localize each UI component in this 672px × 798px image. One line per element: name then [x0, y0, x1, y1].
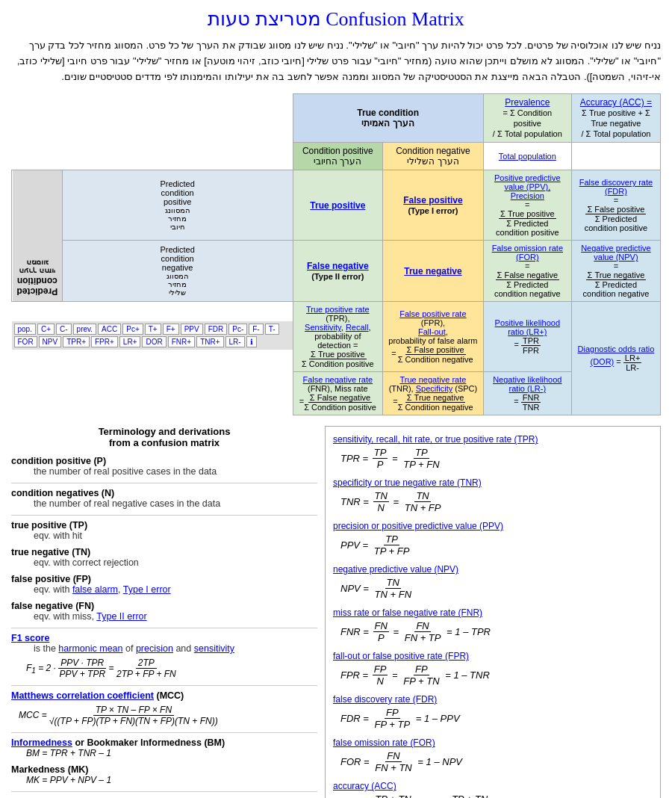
true-positive-cell: True positive — [293, 170, 383, 241]
fdr-title[interactable]: false discovery rate (FDR) — [333, 694, 653, 705]
tpr-link[interactable]: True positive rate — [306, 305, 370, 314]
specificity-link[interactable]: Specificity — [416, 384, 453, 393]
confusion-matrix-table-wrapper: True condition הערך האמיתי Prevalence = … — [11, 93, 661, 415]
bottom-section: Terminology and derivationsfrom a confus… — [11, 426, 661, 798]
nav-fpr[interactable]: FPR+ — [91, 336, 118, 347]
nav-dor[interactable]: DOR — [142, 336, 166, 347]
term-condition-positive: condition positive (P) the number of rea… — [11, 456, 317, 477]
nav-for[interactable]: FOR — [14, 336, 37, 347]
lr-plus-cell: Positive likelihood ratio (LR+) = TPRFPR — [483, 302, 571, 372]
harmonic-mean-link[interactable]: harmonic mean — [58, 643, 122, 654]
nav-pc-minus[interactable]: Pc- — [228, 324, 247, 335]
tnr-title[interactable]: specificity or true negative rate (TNR) — [333, 477, 653, 488]
false-negative-cell: False negative (Type II error) — [293, 241, 383, 302]
page-title: מטריצת טעות Confusion Matrix — [11, 7, 661, 31]
fnr-link[interactable]: False negative rate — [303, 375, 373, 384]
nav-prev[interactable]: prev. — [73, 324, 97, 335]
fpr-title[interactable]: fall-out or false positive rate (FPR) — [333, 651, 653, 661]
term-markedness: Markedness (MK) MK = PPV + NPV – 1 — [11, 764, 317, 785]
nav-c-plus[interactable]: C+ — [37, 324, 55, 335]
true-negative-cell: True negative — [383, 241, 484, 302]
nav-lr-minus[interactable]: LR- — [225, 336, 245, 347]
term-mcc: Matthews correlation coefficient (MCC) M… — [11, 690, 317, 726]
nav-pc-plus[interactable]: Pc+ — [122, 324, 143, 335]
divider-5 — [11, 732, 317, 733]
nav-lr-plus[interactable]: LR+ — [119, 336, 141, 347]
precision-link[interactable]: precision — [136, 643, 173, 654]
term-f1: F1 score is the harmonic mean of precisi… — [11, 633, 317, 679]
ppv-link[interactable]: Positive predictive value (PPV),Precisio… — [494, 173, 561, 200]
nav-acc[interactable]: ACC — [98, 324, 121, 335]
term-false-negative: false negative (FN) eqv. with miss, Type… — [11, 601, 317, 622]
fall-out-link[interactable]: Fall-out — [418, 327, 446, 336]
total-population-link[interactable]: Total population — [499, 152, 556, 161]
tpr-title[interactable]: sensitivity, recall, hit rate, or true p… — [333, 434, 653, 445]
true-condition-header: True condition הערך האמיתי — [293, 94, 483, 143]
predicted-condition-label: Predicted condition הערך החזויהמסווג — [12, 170, 63, 302]
tnr-cell: True negative rate (TNR), Specificity (S… — [383, 372, 484, 415]
for-title[interactable]: false omission rate (FOR) — [333, 737, 653, 748]
total-population-cell: Total population — [483, 143, 571, 170]
fnr-formula-block: miss rate or false negative rate (FNR) F… — [333, 607, 653, 643]
dor-link[interactable]: Diagnostic odds ratio (DOR) — [578, 344, 655, 366]
fpr-formula-block: fall-out or false positive rate (FPR) FP… — [333, 651, 653, 687]
terminology-title: Terminology and derivationsfrom a confus… — [11, 426, 317, 448]
npv-title[interactable]: negative predictive value (NPV) — [333, 564, 653, 575]
divider-2 — [11, 515, 317, 516]
tnr-link[interactable]: True negative rate — [399, 375, 466, 384]
npv-formula-block: negative predictive value (NPV) NPV = TN… — [333, 564, 653, 600]
nav-npv[interactable]: NPV — [39, 336, 62, 347]
false-alarm-link[interactable]: false alarm — [72, 584, 118, 595]
true-negative-link[interactable]: True negative — [404, 266, 461, 276]
false-positive-link[interactable]: False positive — [403, 195, 462, 205]
nav-fdr[interactable]: FDR — [205, 324, 228, 335]
condition-negative-header: Condition negative הערך השלילי — [383, 143, 484, 170]
accuracy-link[interactable]: Accuracy (ACC) = — [580, 97, 652, 108]
nav-f-plus[interactable]: F+ — [163, 324, 179, 335]
nav-pop[interactable]: pop. — [14, 324, 36, 335]
nav-bar: pop. C+ C- prev. ACC Pc+ T+ F+ PPV FDR P… — [12, 321, 293, 350]
false-negative-link[interactable]: False negative — [307, 261, 369, 271]
nav-t-minus[interactable]: T- — [265, 324, 279, 335]
true-positive-link[interactable]: True positive — [310, 200, 365, 211]
npv-link[interactable]: Negative predictive value (NPV) — [581, 244, 651, 262]
type1-error-link[interactable]: Type I error — [123, 584, 171, 595]
formulas-panel: sensitivity, recall, hit rate, or true p… — [325, 426, 661, 798]
nav-fnr[interactable]: FNR+ — [168, 336, 195, 347]
tpr-formula-block: sensitivity, recall, hit rate, or true p… — [333, 434, 653, 470]
mcc-link[interactable]: Matthews correlation coefficient — [11, 690, 154, 701]
term-informedness: Informedness or Bookmaker Informedness (… — [11, 737, 317, 758]
informedness-link[interactable]: Informedness — [11, 737, 72, 748]
for-cell: False omission rate (FOR) = Σ False nega… — [483, 241, 571, 302]
fdr-link[interactable]: False discovery rate (FDR) — [579, 178, 653, 196]
sensitivity-link[interactable]: Sensitivity — [305, 323, 341, 332]
ppv-formula-block: precision or positive predictive value (… — [333, 521, 653, 557]
for-link[interactable]: False omission rate (FOR) — [492, 244, 563, 262]
fpr-link[interactable]: False positive rate — [399, 309, 466, 318]
false-positive-cell: False positive (Type I error) — [383, 170, 484, 241]
divider-4 — [11, 685, 317, 686]
type2-error-link[interactable]: Type II error — [96, 611, 146, 622]
nav-info[interactable]: ℹ — [246, 336, 257, 347]
accuracy-cell: Accuracy (ACC) = Σ True positive + Σ Tru… — [571, 94, 660, 143]
nav-ppv[interactable]: PPV — [181, 324, 203, 335]
npv-cell: Negative predictive value (NPV) = Σ True… — [571, 241, 660, 302]
predicted-positive-label: Predictedconditionpositive המסוונגמחזירח… — [62, 170, 293, 241]
recall-link[interactable]: Recall — [346, 323, 369, 332]
lr-plus-link[interactable]: Positive likelihood ratio (LR+) — [495, 318, 560, 336]
for-formula-block: false omission rate (FOR) FOR = FNFN + T… — [333, 737, 653, 773]
nav-tpr[interactable]: TPR+ — [63, 336, 90, 347]
prevalence-link[interactable]: Prevalence — [505, 97, 550, 108]
acc-title[interactable]: accuracy (ACC) — [333, 781, 653, 791]
term-true-negative: true negative (TN) eqv. with correct rej… — [11, 547, 317, 568]
lr-minus-link[interactable]: Negative likelihood ratio (LR-) — [493, 375, 561, 393]
f1-link[interactable]: F1 score — [11, 633, 49, 643]
nav-f-minus[interactable]: F- — [249, 324, 263, 335]
divider-6 — [11, 791, 317, 792]
ppv-title[interactable]: precision or positive predictive value (… — [333, 521, 653, 531]
nav-tnr[interactable]: TNR+ — [196, 336, 223, 347]
fnr-title[interactable]: miss rate or false negative rate (FNR) — [333, 607, 653, 618]
nav-c-minus[interactable]: C- — [56, 324, 72, 335]
nav-t-plus[interactable]: T+ — [145, 324, 161, 335]
sensitivity-link2[interactable]: sensitivity — [194, 643, 234, 654]
